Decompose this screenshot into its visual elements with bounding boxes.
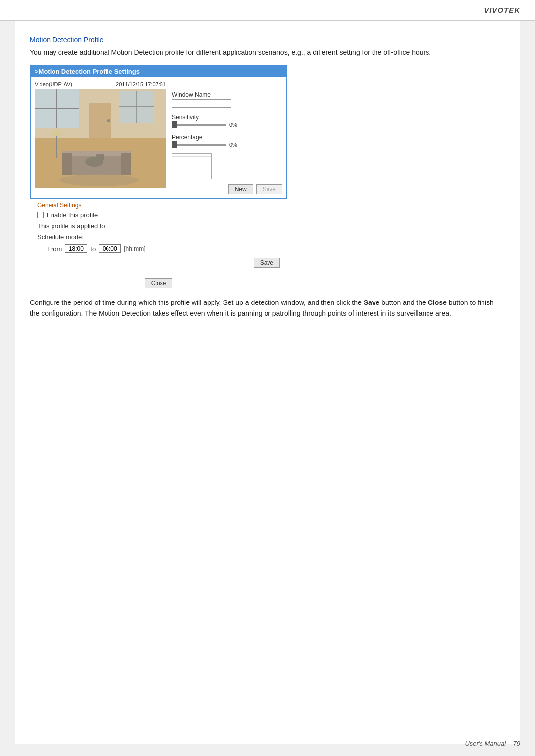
- from-to-row: From to [hh:mm]: [47, 244, 280, 253]
- from-time-input[interactable]: [65, 244, 87, 253]
- section-title-link[interactable]: Motion Detection Profile: [30, 36, 104, 44]
- video-info-bar: Video(UDP-AV) 2011/12/15 17:07:51: [35, 81, 166, 87]
- time-format-hint: [hh:mm]: [124, 245, 145, 252]
- sensitivity-slider-row: 0%: [172, 122, 282, 128]
- room-scene-svg: [35, 89, 166, 188]
- percentage-label: Percentage: [172, 134, 282, 141]
- percentage-slider[interactable]: [172, 144, 226, 146]
- svg-point-20: [59, 174, 139, 186]
- save-right-button[interactable]: Save: [256, 184, 282, 194]
- percentage-slider-row: 0%: [172, 142, 282, 148]
- schedule-mode-row: Schedule mode:: [37, 233, 280, 241]
- top-bar: VIVOTEK: [0, 0, 535, 21]
- general-settings-box: General Settings Enable this profile Thi…: [30, 206, 287, 273]
- svg-point-9: [107, 119, 110, 122]
- window-name-input[interactable]: [172, 99, 231, 108]
- svg-point-16: [96, 154, 99, 158]
- profile-panel-header: >Motion Detection Profile Settings: [31, 66, 286, 77]
- desc-paragraph: Configure the period of time during whic…: [30, 297, 505, 319]
- window-name-group: Window Name: [172, 91, 282, 108]
- svg-rect-12: [62, 153, 72, 175]
- profile-panel-body: Video(UDP-AV) 2011/12/15 17:07:51: [31, 77, 286, 198]
- video-source-label: Video(UDP-AV): [35, 81, 72, 87]
- applied-to-row: This profile is applied to:: [37, 222, 280, 230]
- main-content: Motion Detection Profile You may create …: [15, 21, 520, 744]
- sensitivity-group: Sensitivity 0%: [172, 114, 282, 128]
- to-label: to: [90, 245, 96, 252]
- applied-to-label: This profile is applied to:: [37, 222, 107, 230]
- schedule-mode-label: Schedule mode:: [37, 233, 84, 241]
- sensitivity-slider[interactable]: [172, 124, 226, 126]
- new-save-button-row: New Save: [172, 184, 282, 194]
- from-label: From: [47, 245, 62, 252]
- enable-profile-checkbox[interactable]: [37, 212, 44, 218]
- svg-rect-13: [121, 153, 131, 175]
- general-settings-legend: General Settings: [35, 202, 83, 209]
- video-preview: [35, 89, 166, 188]
- percentage-group: Percentage 0%: [172, 134, 282, 148]
- intro-paragraph: You may create additional Motion Detecti…: [30, 48, 505, 58]
- enable-profile-row: Enable this profile: [37, 211, 280, 219]
- window-list-item-3: [172, 157, 211, 158]
- window-list: [172, 153, 212, 179]
- footer-page-label: User's Manual – 79: [465, 740, 520, 747]
- close-button[interactable]: Close: [145, 278, 173, 288]
- video-timestamp-label: 2011/12/15 17:07:51: [116, 81, 166, 87]
- svg-point-17: [101, 154, 104, 158]
- general-save-button[interactable]: Save: [254, 258, 280, 268]
- page-footer: User's Manual – 79: [465, 740, 520, 747]
- sensitivity-label: Sensitivity: [172, 114, 282, 121]
- enable-profile-label: Enable this profile: [47, 211, 98, 219]
- video-preview-wrapper: Video(UDP-AV) 2011/12/15 17:07:51: [35, 81, 166, 194]
- general-save-btn-row: Save: [37, 258, 280, 268]
- new-button[interactable]: New: [228, 184, 253, 194]
- svg-rect-18: [56, 133, 57, 158]
- window-name-label: Window Name: [172, 91, 282, 98]
- close-btn-row: Close: [30, 278, 287, 288]
- svg-point-19: [51, 130, 62, 136]
- controls-side: Window Name Sensitivity 0% Percentage: [172, 81, 282, 194]
- sensitivity-value: 0%: [229, 122, 242, 128]
- brand-label: VIVOTEK: [484, 6, 520, 14]
- percentage-value: 0%: [229, 142, 242, 148]
- to-time-input[interactable]: [99, 244, 121, 253]
- profile-panel: >Motion Detection Profile Settings Video…: [30, 65, 287, 199]
